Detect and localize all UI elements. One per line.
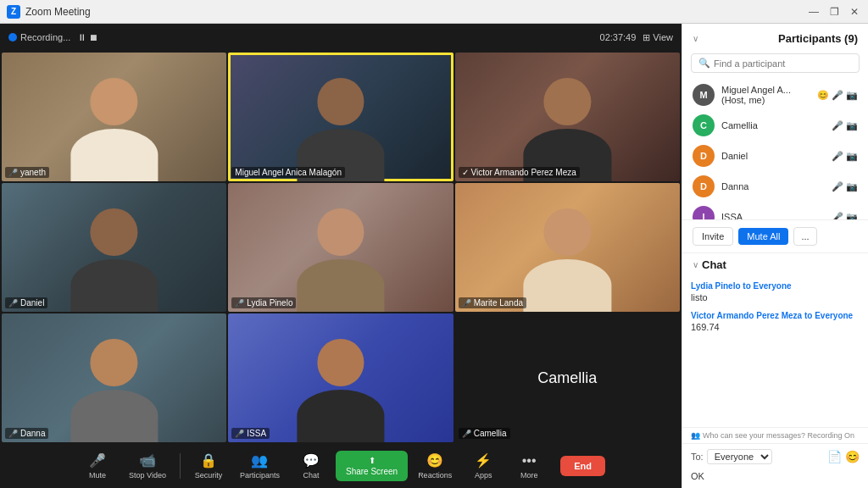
body (70, 390, 158, 442)
participant-icons-camellia: 🎤 📷 (832, 120, 858, 131)
person-danna (47, 339, 181, 442)
head (91, 78, 138, 125)
video-area: Recording... ⏸ ⏹ 02:37:49 ⊞ View 🎤 (0, 24, 682, 488)
chat-chevron[interactable]: ∨ (693, 260, 698, 269)
view-button[interactable]: ⊞ View (643, 32, 673, 43)
person-victor (500, 78, 635, 181)
video-cell-lydia: 🎤 Lydia Pinelo (228, 183, 453, 312)
reactions-icon: 😊 (426, 452, 443, 469)
security-button[interactable]: 🔒 Security (187, 449, 230, 483)
file-icon[interactable]: 📄 (827, 450, 842, 463)
video-cell-daniel: 🎤 Daniel (2, 183, 226, 312)
apps-button[interactable]: ⚡ Apps (462, 449, 504, 483)
invite-button[interactable]: Invite (693, 227, 733, 246)
mute-icon: 🎤 (235, 430, 244, 438)
body (70, 129, 158, 181)
mute-button[interactable]: 🎤 Mute (76, 449, 119, 483)
more-icon: ••• (522, 453, 537, 469)
avatar-miguel: M (693, 84, 715, 106)
video-top-right: 02:37:49 ⊞ View (600, 32, 673, 43)
chat-type-input[interactable] (691, 471, 860, 481)
recording-dot (8, 33, 17, 42)
participants-title: Participants (9) (778, 32, 858, 45)
participants-header: ∨ Participants (9) (682, 24, 868, 50)
participants-actions: Invite Mute All ... (682, 219, 868, 252)
participant-label-lydia: 🎤 Lydia Pinelo (231, 297, 296, 308)
meeting-timer: 02:37:49 (600, 32, 637, 42)
participant-icons-miguel: 😊 🎤 📷 (817, 90, 858, 101)
video-icon: 📷 (846, 151, 858, 162)
participant-name-daniel: Daniel (721, 151, 825, 161)
right-panel: ∨ Participants (9) 🔍 M Miguel Angel A...… (682, 24, 868, 488)
chat-button[interactable]: 💬 Chat (290, 449, 332, 483)
body (70, 259, 158, 312)
grid-icon: ⊞ (643, 32, 650, 43)
participant-label-camellia: 🎤 Camellia (459, 428, 510, 439)
body (297, 390, 384, 442)
mute-icon: 🎤 (8, 430, 18, 438)
participant-item-camellia: C Camellia 🎤 📷 (682, 110, 868, 141)
head (543, 208, 591, 256)
minimize-button[interactable]: — (807, 5, 821, 19)
video-top-bar: Recording... ⏸ ⏹ 02:37:49 ⊞ View (0, 24, 682, 51)
avatar-camellia: C (693, 114, 715, 136)
chat-messages: Lydia Pinelo to Everyone listo Victor Ar… (682, 276, 868, 427)
main-content: Recording... ⏸ ⏹ 02:37:49 ⊞ View 🎤 (0, 24, 868, 488)
participant-name-danna: Danna (721, 181, 825, 191)
chat-attachment-icons: 📄 😊 (827, 450, 860, 463)
mute-icon: 🎤 (462, 430, 471, 438)
end-button[interactable]: End (560, 456, 605, 476)
participant-item-issa: I ISSA 🎤 📷 (682, 202, 868, 219)
body (524, 259, 611, 312)
more-button[interactable]: ••• More (508, 450, 550, 483)
smiley-icon: 😊 (817, 90, 829, 101)
close-button[interactable]: ✕ (848, 5, 861, 19)
avatar-daniel: D (693, 145, 715, 167)
video-icon: 📹 (139, 452, 156, 469)
person-yaneth (47, 78, 181, 181)
chat-to-label: To: (691, 452, 704, 462)
recording-indicator: Recording... ⏸ ⏹ (8, 32, 98, 42)
security-icon: 🔒 (200, 452, 217, 469)
mute-icon: 🎤 (8, 169, 18, 177)
video-icon: 📷 (846, 212, 858, 220)
chat-message-1: Lydia Pinelo to Everyone listo (691, 281, 860, 302)
participant-label-victor: ✓ Victor Armando Perez Meza (459, 167, 580, 178)
stop-video-button[interactable]: 📹 Stop Video (122, 449, 173, 483)
person-marite (500, 208, 635, 312)
chat-text-1: listo (691, 292, 860, 302)
chat-sender-2: Victor Armando Perez Meza to Everyone (691, 311, 860, 320)
avatar-issa: I (693, 206, 715, 219)
chat-privacy-note: 👥 Who can see your messages? Recording O… (682, 427, 868, 443)
participant-label-marite: 🎤 Marite Landa (459, 297, 526, 308)
video-cell-camellia: Camellia 🎤 Camellia (455, 313, 680, 442)
recording-text: Recording... (20, 32, 70, 42)
mute-all-button[interactable]: Mute All (738, 228, 788, 245)
search-box[interactable]: 🔍 (691, 53, 860, 73)
mic-icon: 🎤 (832, 120, 843, 131)
chat-to-row: To: Everyone 📄 😊 (691, 449, 860, 464)
chat-to-select[interactable]: Everyone (707, 449, 772, 464)
participants-list: M Miguel Angel A... (Host, me) 😊 🎤 📷 C C… (682, 80, 868, 219)
participant-item-danna: D Danna 🎤 📷 (682, 171, 868, 202)
more-participants-button[interactable]: ... (793, 227, 816, 246)
head (317, 208, 364, 256)
video-cell-issa: 🎤 ISSA (228, 313, 453, 442)
head (317, 339, 364, 386)
video-icon: 📷 (846, 90, 858, 101)
participants-button[interactable]: 👥 Participants (233, 449, 287, 483)
share-screen-button[interactable]: ⬆ Share Screen (336, 451, 408, 481)
maximize-button[interactable]: ❐ (827, 5, 841, 19)
search-input[interactable] (714, 58, 852, 69)
participant-label-danna: 🎤 Danna (5, 428, 48, 439)
apps-icon: ⚡ (475, 452, 492, 469)
reactions-button[interactable]: 😊 Reactions (411, 449, 459, 483)
video-cell-danna: 🎤 Danna (2, 313, 226, 442)
participants-chevron[interactable]: ∨ (693, 34, 698, 43)
video-cell-victor: ✓ Victor Armando Perez Meza (455, 53, 680, 181)
emoji-icon[interactable]: 😊 (845, 450, 860, 463)
video-icon: 📷 (846, 120, 858, 131)
mic-icon: 🎤 (832, 90, 843, 101)
person-miguel (273, 78, 408, 181)
head (543, 78, 591, 125)
